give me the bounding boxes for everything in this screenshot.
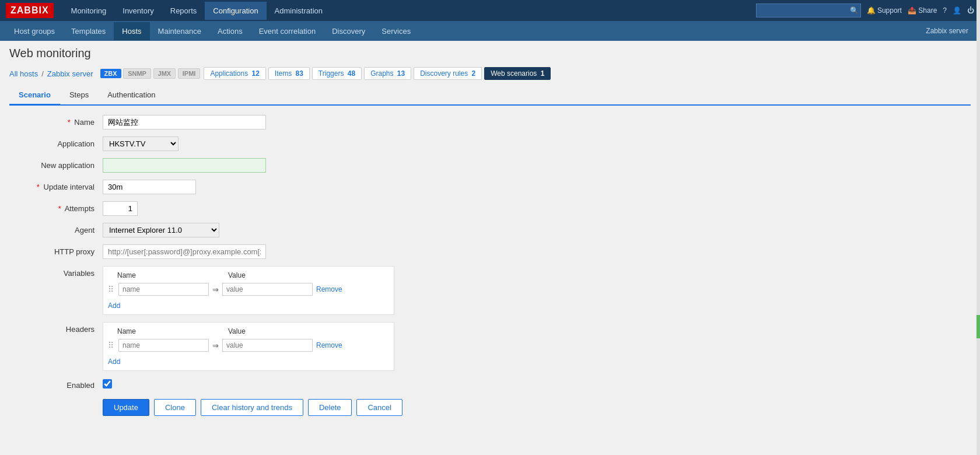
required-asterisk-attempts: *: [58, 204, 61, 213]
tab-scenario[interactable]: Scenario: [9, 86, 60, 106]
filter-tab-triggers[interactable]: Triggers 48: [312, 67, 362, 80]
search-input[interactable]: [756, 4, 861, 18]
input-update-interval[interactable]: [103, 180, 196, 194]
clone-button[interactable]: Clone: [154, 399, 196, 416]
form-row-new-application: New application: [9, 158, 971, 173]
nav-inventory[interactable]: Inventory: [114, 2, 162, 20]
form-row-headers: Headers Name Value ⠿ ⇒ Remove Add: [9, 322, 971, 371]
tab-authentication[interactable]: Authentication: [98, 86, 164, 106]
label-agent: Agent: [9, 223, 103, 235]
tab-bar: Scenario Steps Authentication: [9, 86, 971, 106]
logout-icon[interactable]: ⏻: [967, 6, 974, 15]
filter-tab-web-scenarios[interactable]: Web scenarios 1: [484, 67, 551, 80]
subnav-actions[interactable]: Actions: [209, 22, 251, 40]
subnav-hosts[interactable]: Hosts: [114, 22, 149, 40]
badge-group: ZBX SNMP JMX IPMI: [100, 68, 201, 79]
top-navigation: ZABBIX Monitoring Inventory Reports Conf…: [0, 0, 980, 21]
select-agent[interactable]: Internet Explorer 11.0 Mozilla Firefox G…: [103, 223, 219, 237]
subnav-discovery[interactable]: Discovery: [324, 22, 373, 40]
label-application: Application: [9, 136, 103, 148]
tag-ipmi[interactable]: IPMI: [178, 68, 201, 79]
label-name: * Name: [9, 115, 103, 127]
tag-zbx[interactable]: ZBX: [100, 69, 121, 78]
subnav-templates[interactable]: Templates: [63, 22, 114, 40]
input-new-application[interactable]: [103, 158, 266, 173]
input-attempts[interactable]: [103, 201, 138, 216]
filter-tab-graphs[interactable]: Graphs 13: [364, 67, 411, 80]
label-attempts: * Attempts: [9, 201, 103, 213]
label-update-interval: * Update interval: [9, 180, 103, 191]
breadcrumb-all-hosts[interactable]: All hosts: [9, 69, 38, 78]
share-link[interactable]: 📤 Share: [908, 6, 937, 15]
subnav-maintenance[interactable]: Maintenance: [150, 22, 209, 40]
sub-navigation: Host groups Templates Hosts Maintenance …: [0, 21, 980, 41]
drag-handle-variables[interactable]: ⠿: [108, 285, 115, 294]
drag-handle-headers[interactable]: ⠿: [108, 341, 115, 350]
variables-eq: ⇒: [212, 285, 219, 294]
variables-add-link[interactable]: Add: [108, 302, 120, 310]
clear-history-button[interactable]: Clear history and trends: [201, 399, 303, 416]
variables-table: Name Value ⠿ ⇒ Remove Add: [103, 266, 394, 315]
subnav-services[interactable]: Services: [373, 22, 419, 40]
form-row-variables: Variables Name Value ⠿ ⇒ Remove Add: [9, 266, 971, 315]
variables-row: ⠿ ⇒ Remove: [108, 283, 389, 296]
input-http-proxy[interactable]: [103, 244, 266, 259]
subnav-host-groups[interactable]: Host groups: [6, 22, 63, 40]
top-nav-right: 🔍 🔔 Support 📤 Share ? 👤 ⏻: [756, 4, 974, 18]
delete-button[interactable]: Delete: [308, 399, 352, 416]
headers-header: Name Value: [108, 327, 389, 335]
variables-name-input[interactable]: [118, 283, 209, 296]
search-button[interactable]: 🔍: [850, 6, 859, 15]
label-variables: Variables: [9, 266, 103, 278]
help-link[interactable]: ?: [943, 6, 947, 15]
headers-add-link[interactable]: Add: [108, 358, 120, 366]
filter-tab-items[interactable]: Items 83: [268, 67, 310, 80]
support-link[interactable]: 🔔 Support: [867, 6, 902, 15]
nav-configuration[interactable]: Configuration: [205, 2, 266, 20]
filter-tab-applications[interactable]: Applications 12: [204, 67, 265, 80]
headers-name-input[interactable]: [118, 339, 209, 352]
nav-reports[interactable]: Reports: [162, 2, 205, 20]
filter-tab-discovery[interactable]: Discovery rules 2: [414, 67, 482, 80]
subnav-event-correlation[interactable]: Event correlation: [251, 22, 324, 40]
input-name[interactable]: [103, 115, 266, 130]
breadcrumb: All hosts / Zabbix server ZBX SNMP JMX I…: [9, 67, 971, 80]
form-row-agent: Agent Internet Explorer 11.0 Mozilla Fir…: [9, 223, 971, 237]
required-asterisk-name: *: [68, 118, 71, 127]
cancel-button[interactable]: Cancel: [356, 399, 402, 416]
headers-remove-link[interactable]: Remove: [316, 341, 342, 349]
filter-tabs: Applications 12 Items 83 Triggers 48 Gra…: [204, 67, 551, 80]
top-nav-links: Monitoring Inventory Reports Configurati…: [63, 2, 756, 20]
tag-snmp[interactable]: SNMP: [123, 68, 151, 79]
tag-jmx[interactable]: JMX: [153, 68, 176, 79]
label-http-proxy: HTTP proxy: [9, 244, 103, 256]
tab-steps[interactable]: Steps: [60, 86, 98, 106]
breadcrumb-host[interactable]: Zabbix server: [47, 69, 93, 78]
form-row-attempts: * Attempts: [9, 201, 971, 216]
button-row: Update Clone Clear history and trends De…: [9, 399, 971, 416]
nav-administration[interactable]: Administration: [267, 2, 331, 20]
scrollbar[interactable]: [977, 0, 980, 455]
nav-monitoring[interactable]: Monitoring: [63, 2, 115, 20]
variables-remove-link[interactable]: Remove: [316, 285, 342, 293]
label-headers: Headers: [9, 322, 103, 334]
variables-name-header: Name: [117, 271, 211, 279]
server-label: Zabbix server: [926, 27, 974, 35]
form-row-name: * Name: [9, 115, 971, 130]
form-row-enabled: Enabled: [9, 378, 971, 390]
scrollbar-indicator: [977, 315, 980, 338]
form-row-update-interval: * Update interval: [9, 180, 971, 194]
headers-value-input[interactable]: [222, 339, 313, 352]
update-button[interactable]: Update: [103, 399, 149, 416]
checkbox-enabled[interactable]: [103, 379, 112, 388]
main-content: Web monitoring All hosts / Zabbix server…: [0, 41, 980, 455]
headers-name-header: Name: [117, 327, 211, 335]
user-icon[interactable]: 👤: [953, 6, 961, 15]
headers-table: Name Value ⠿ ⇒ Remove Add: [103, 322, 394, 371]
headers-row: ⠿ ⇒ Remove: [108, 339, 389, 352]
variables-value-input[interactable]: [222, 283, 313, 296]
breadcrumb-sep: /: [41, 69, 44, 78]
search-wrap: 🔍: [756, 4, 861, 18]
label-new-application: New application: [9, 158, 103, 170]
select-application[interactable]: HKSTV.TV: [103, 136, 178, 151]
